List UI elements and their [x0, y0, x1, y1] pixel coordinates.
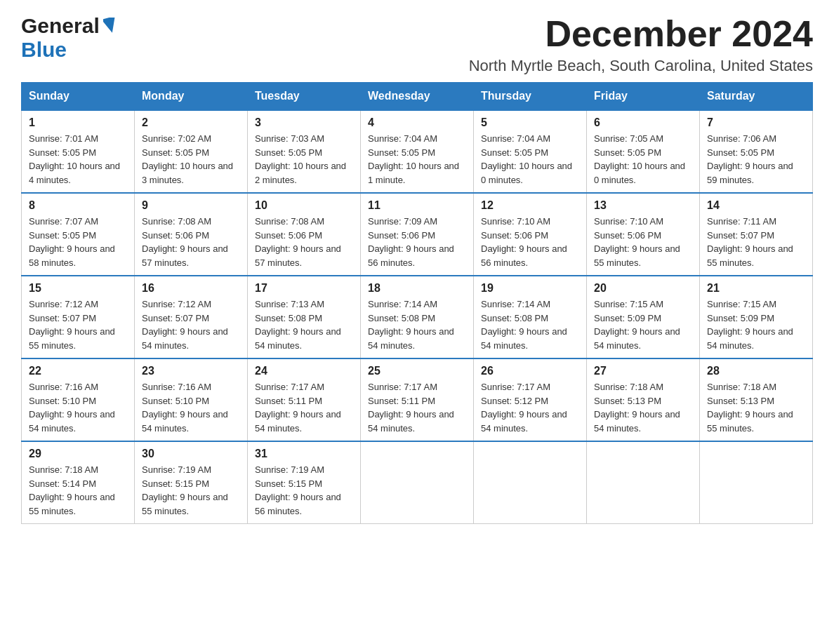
day-number: 31 [255, 448, 353, 460]
header-sunday: Sunday [22, 83, 135, 111]
header-friday: Friday [587, 83, 700, 111]
day-info: Sunrise: 7:18 AMSunset: 5:13 PMDaylight:… [707, 380, 805, 435]
header-tuesday: Tuesday [248, 83, 361, 111]
day-number: 18 [368, 282, 466, 295]
day-info: Sunrise: 7:17 AMSunset: 5:11 PMDaylight:… [255, 380, 353, 435]
calendar-cell: 30Sunrise: 7:19 AMSunset: 5:15 PMDayligh… [135, 441, 248, 524]
day-info: Sunrise: 7:18 AMSunset: 5:13 PMDaylight:… [594, 380, 692, 435]
day-number: 14 [707, 199, 805, 212]
logo: General Blue [21, 14, 117, 62]
calendar-cell: 31Sunrise: 7:19 AMSunset: 5:15 PMDayligh… [248, 441, 361, 524]
calendar-cell: 16Sunrise: 7:12 AMSunset: 5:07 PMDayligh… [135, 276, 248, 358]
day-number: 22 [29, 365, 127, 377]
calendar-cell: 2Sunrise: 7:02 AMSunset: 5:05 PMDaylight… [135, 110, 248, 193]
day-number: 4 [368, 116, 466, 129]
header-wednesday: Wednesday [361, 83, 474, 111]
day-info: Sunrise: 7:14 AMSunset: 5:08 PMDaylight:… [481, 297, 579, 352]
calendar-cell: 23Sunrise: 7:16 AMSunset: 5:10 PMDayligh… [135, 358, 248, 441]
day-number: 11 [368, 199, 466, 212]
day-info: Sunrise: 7:08 AMSunset: 5:06 PMDaylight:… [142, 215, 240, 269]
day-info: Sunrise: 7:18 AMSunset: 5:14 PMDaylight:… [29, 463, 127, 518]
day-number: 27 [594, 365, 692, 377]
day-number: 30 [142, 448, 240, 460]
day-number: 19 [481, 282, 579, 295]
day-info: Sunrise: 7:19 AMSunset: 5:15 PMDaylight:… [255, 463, 353, 518]
day-number: 28 [707, 365, 805, 377]
calendar-cell: 11Sunrise: 7:09 AMSunset: 5:06 PMDayligh… [361, 193, 474, 276]
calendar-cell: 20Sunrise: 7:15 AMSunset: 5:09 PMDayligh… [587, 276, 700, 358]
calendar-cell: 8Sunrise: 7:07 AMSunset: 5:05 PMDaylight… [22, 193, 135, 276]
day-number: 5 [481, 116, 579, 129]
calendar-cell: 1Sunrise: 7:01 AMSunset: 5:05 PMDaylight… [22, 110, 135, 193]
header-monday: Monday [135, 83, 248, 111]
day-number: 9 [142, 199, 240, 212]
weekday-header-row: Sunday Monday Tuesday Wednesday Thursday… [22, 83, 813, 111]
calendar-cell: 15Sunrise: 7:12 AMSunset: 5:07 PMDayligh… [22, 276, 135, 358]
calendar-cell: 24Sunrise: 7:17 AMSunset: 5:11 PMDayligh… [248, 358, 361, 441]
calendar-cell: 29Sunrise: 7:18 AMSunset: 5:14 PMDayligh… [22, 441, 135, 524]
calendar-cell [587, 441, 700, 524]
calendar-body: 1Sunrise: 7:01 AMSunset: 5:05 PMDaylight… [22, 110, 813, 524]
title-area: December 2024 North Myrtle Beach, South … [469, 14, 813, 75]
day-info: Sunrise: 7:12 AMSunset: 5:07 PMDaylight:… [29, 297, 127, 352]
svg-marker-0 [103, 18, 117, 33]
day-number: 12 [481, 199, 579, 212]
day-number: 8 [29, 199, 127, 212]
day-number: 13 [594, 199, 692, 212]
day-info: Sunrise: 7:08 AMSunset: 5:06 PMDaylight:… [255, 215, 353, 269]
day-number: 26 [481, 365, 579, 377]
page-header: General Blue December 2024 North Myrtle … [21, 14, 813, 75]
calendar-cell: 22Sunrise: 7:16 AMSunset: 5:10 PMDayligh… [22, 358, 135, 441]
calendar-cell: 3Sunrise: 7:03 AMSunset: 5:05 PMDaylight… [248, 110, 361, 193]
day-number: 23 [142, 365, 240, 377]
logo-arrow-icon [101, 18, 117, 36]
calendar-cell: 27Sunrise: 7:18 AMSunset: 5:13 PMDayligh… [587, 358, 700, 441]
day-info: Sunrise: 7:15 AMSunset: 5:09 PMDaylight:… [594, 297, 692, 352]
week-row-1: 1Sunrise: 7:01 AMSunset: 5:05 PMDaylight… [22, 110, 813, 193]
day-info: Sunrise: 7:06 AMSunset: 5:05 PMDaylight:… [707, 132, 805, 187]
calendar-cell: 25Sunrise: 7:17 AMSunset: 5:11 PMDayligh… [361, 358, 474, 441]
calendar-cell: 12Sunrise: 7:10 AMSunset: 5:06 PMDayligh… [474, 193, 587, 276]
day-number: 20 [594, 282, 692, 295]
calendar-cell [700, 441, 813, 524]
day-info: Sunrise: 7:16 AMSunset: 5:10 PMDaylight:… [29, 380, 127, 435]
day-number: 17 [255, 282, 353, 295]
day-info: Sunrise: 7:02 AMSunset: 5:05 PMDaylight:… [142, 132, 240, 187]
day-number: 29 [29, 448, 127, 460]
day-number: 25 [368, 365, 466, 377]
day-info: Sunrise: 7:16 AMSunset: 5:10 PMDaylight:… [142, 380, 240, 435]
day-number: 21 [707, 282, 805, 295]
day-number: 10 [255, 199, 353, 212]
day-number: 2 [142, 116, 240, 129]
day-info: Sunrise: 7:05 AMSunset: 5:05 PMDaylight:… [594, 132, 692, 187]
day-info: Sunrise: 7:12 AMSunset: 5:07 PMDaylight:… [142, 297, 240, 352]
calendar-cell: 28Sunrise: 7:18 AMSunset: 5:13 PMDayligh… [700, 358, 813, 441]
day-info: Sunrise: 7:17 AMSunset: 5:12 PMDaylight:… [481, 380, 579, 435]
logo-blue: Blue [21, 38, 67, 61]
day-info: Sunrise: 7:04 AMSunset: 5:05 PMDaylight:… [481, 132, 579, 187]
calendar-cell: 17Sunrise: 7:13 AMSunset: 5:08 PMDayligh… [248, 276, 361, 358]
calendar-table: Sunday Monday Tuesday Wednesday Thursday… [21, 82, 813, 524]
day-info: Sunrise: 7:10 AMSunset: 5:06 PMDaylight:… [481, 215, 579, 269]
calendar-cell: 21Sunrise: 7:15 AMSunset: 5:09 PMDayligh… [700, 276, 813, 358]
calendar-cell: 9Sunrise: 7:08 AMSunset: 5:06 PMDaylight… [135, 193, 248, 276]
week-row-3: 15Sunrise: 7:12 AMSunset: 5:07 PMDayligh… [22, 276, 813, 358]
day-info: Sunrise: 7:04 AMSunset: 5:05 PMDaylight:… [368, 132, 466, 187]
day-info: Sunrise: 7:14 AMSunset: 5:08 PMDaylight:… [368, 297, 466, 352]
calendar-cell: 6Sunrise: 7:05 AMSunset: 5:05 PMDaylight… [587, 110, 700, 193]
day-number: 6 [594, 116, 692, 129]
calendar-cell: 7Sunrise: 7:06 AMSunset: 5:05 PMDaylight… [700, 110, 813, 193]
calendar-cell [361, 441, 474, 524]
day-number: 16 [142, 282, 240, 295]
calendar-cell: 5Sunrise: 7:04 AMSunset: 5:05 PMDaylight… [474, 110, 587, 193]
logo-general: General [21, 14, 100, 38]
header-thursday: Thursday [474, 83, 587, 111]
day-info: Sunrise: 7:19 AMSunset: 5:15 PMDaylight:… [142, 463, 240, 518]
calendar-cell: 18Sunrise: 7:14 AMSunset: 5:08 PMDayligh… [361, 276, 474, 358]
calendar-cell: 10Sunrise: 7:08 AMSunset: 5:06 PMDayligh… [248, 193, 361, 276]
day-info: Sunrise: 7:17 AMSunset: 5:11 PMDaylight:… [368, 380, 466, 435]
week-row-2: 8Sunrise: 7:07 AMSunset: 5:05 PMDaylight… [22, 193, 813, 276]
day-number: 24 [255, 365, 353, 377]
calendar-cell [474, 441, 587, 524]
calendar-cell: 4Sunrise: 7:04 AMSunset: 5:05 PMDaylight… [361, 110, 474, 193]
